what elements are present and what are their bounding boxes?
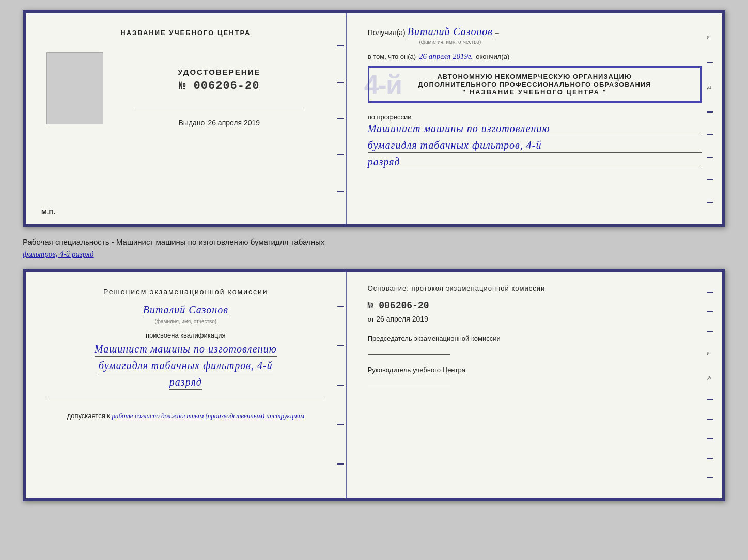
dopuskaetsya-hw: работе согласно должностным (производств… <box>112 412 304 420</box>
vtom-line: в том, что он(а) 26 апреля 2019г. окончи… <box>368 52 702 61</box>
ot-prefix: от <box>368 315 375 323</box>
rukovoditel-signature-line <box>368 378 450 386</box>
side-text-и2: и <box>707 350 713 356</box>
udostoverenie-label: УДОСТОВЕРЕНИЕ <box>178 68 260 76</box>
dopuskaetsya-line: допускается к работе согласно должностны… <box>67 412 304 420</box>
rukovoditel-block: Руководитель учебного Центра <box>368 365 702 386</box>
poluchil-text: Получил(а) <box>368 28 406 37</box>
predsedatel-signature-line <box>368 346 450 355</box>
vtom-prefix: в том, что он(а) <box>368 53 416 60</box>
poluchil-line: Получил(а) Виталий Сазонов (фамилия, имя… <box>368 26 702 45</box>
vydano-line: Выдано 26 апреля 2019 <box>179 119 260 127</box>
top-right-page: Получил(а) Виталий Сазонов (фамилия, имя… <box>347 13 722 224</box>
top-left-header: НАЗВАНИЕ УЧЕБНОГО ЦЕНТРА <box>120 29 251 37</box>
between-text: Рабочая специальность - Машинист машины … <box>23 235 725 261</box>
stamp-line1: АВТОНОМНУЮ НЕКОММЕРЧЕСКУЮ ОРГАНИЗАЦИЮ <box>378 73 692 81</box>
bottom-left-page: Решением экзаменационной комиссии Витали… <box>26 272 347 498</box>
bottom-left-header: Решением экзаменационной комиссии <box>103 287 268 296</box>
qual-line2: бумагидля табачных фильтров, 4-й <box>99 360 273 373</box>
vydano-date: 26 апреля 2019 <box>208 119 260 127</box>
side-text-а2: ,а <box>707 375 713 380</box>
vtom-date: 26 апреля 2019г. <box>419 52 473 61</box>
vydano-label: Выдано <box>179 119 205 127</box>
name-hint-top: (фамилия, имя, отчество) <box>419 39 481 45</box>
profession-line2-top: бумагидля табачных фильтров, 4-й <box>368 139 702 153</box>
certificate-number-top: № 006206-20 <box>179 79 259 92</box>
osnovanie-text: Основание: протокол экзаменационной коми… <box>368 284 702 292</box>
certificate-bottom: Решением экзаменационной комиссии Витали… <box>23 269 725 501</box>
profession-line3-top: разряд <box>368 156 702 169</box>
predsedatel-label: Председатель экзаменационной комиссии <box>368 334 501 342</box>
protocol-number-bottom: № 006206-20 <box>368 300 702 311</box>
ot-line: от 26 апреля 2019 <box>368 315 702 323</box>
ot-date: 26 апреля 2019 <box>376 315 428 323</box>
qual-line1: Машинист машины по изготовлению <box>95 343 277 357</box>
stamp-line2: ДОПОЛНИТЕЛЬНОГО ПРОФЕССИОНАЛЬНОГО ОБРАЗО… <box>378 81 692 88</box>
po-professii: по профессии <box>368 113 702 121</box>
fio-hint-bottom: (фамилия, имя, отчество) <box>154 318 216 324</box>
predsedatel-block: Председатель экзаменационной комиссии <box>368 333 702 355</box>
side-text-и: и <box>707 35 713 40</box>
stamp-block: 4-й АВТОНОМНУЮ НЕКОММЕРЧЕСКУЮ ОРГАНИЗАЦИ… <box>368 66 702 103</box>
prisvoyena-text: присвоена квалификация <box>146 331 226 339</box>
recipient-name-top: Виталий Сазонов <box>408 26 493 39</box>
dopuskaetsya-prefix: допускается к <box>67 412 110 420</box>
photo-row: УДОСТОВЕРЕНИЕ № 006206-20 Выдано 26 апре… <box>46 52 325 135</box>
between-line2: фильтров, 4-й разряд <box>23 250 94 258</box>
commission-name: Виталий Сазонов <box>143 304 228 317</box>
bottom-left-dashes <box>337 272 344 498</box>
qual-line3: разряд <box>169 376 202 390</box>
side-text-а: ,а <box>707 84 713 90</box>
photo-placeholder <box>46 52 103 124</box>
left-page-dashes <box>337 13 344 224</box>
profession-line1-top: Машинист машины по изготовлению <box>368 123 702 136</box>
mp-label: М.П. <box>41 208 55 216</box>
rukovoditel-label: Руководитель учебного Центра <box>368 366 465 374</box>
okonchil-text: окончил(а) <box>476 53 509 60</box>
top-left-page: НАЗВАНИЕ УЧЕБНОГО ЦЕНТРА УДОСТОВЕРЕНИЕ №… <box>26 13 347 224</box>
stamp-line3: " НАЗВАНИЕ УЧЕБНОГО ЦЕНТРА " <box>378 88 692 96</box>
bottom-right-page: Основание: протокол экзаменационной коми… <box>347 272 722 498</box>
certificate-top: НАЗВАНИЕ УЧЕБНОГО ЦЕНТРА УДОСТОВЕРЕНИЕ №… <box>23 10 725 227</box>
between-line1: Рабочая специальность - Машинист машины … <box>23 237 324 246</box>
